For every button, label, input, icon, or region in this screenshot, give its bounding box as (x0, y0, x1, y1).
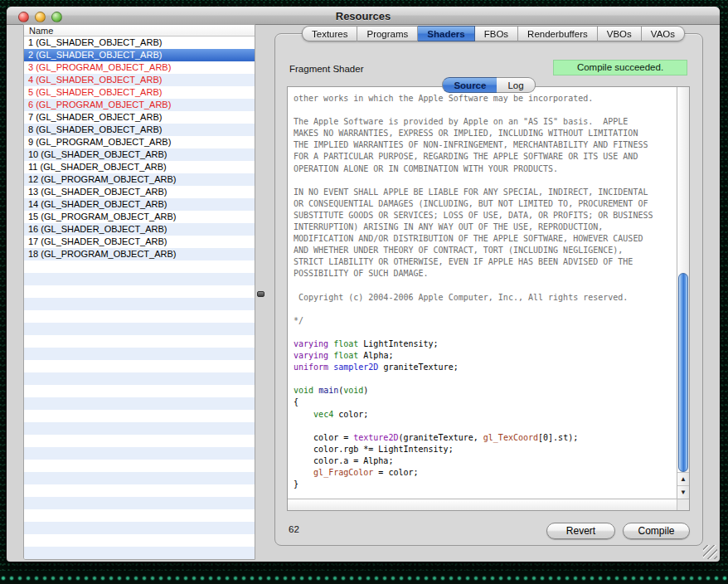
list-item[interactable]: 6 (GL_PROGRAM_OBJECT_ARB) (24, 99, 255, 111)
title-bar[interactable]: Resources (7, 7, 720, 25)
list-item[interactable]: 13 (GL_SHADER_OBJECT_ARB) (24, 186, 255, 198)
source-line: */ (294, 315, 677, 327)
list-item[interactable]: 4 (GL_SHADER_OBJECT_ARB) (24, 74, 255, 86)
source-line: } (294, 479, 677, 490)
revert-button[interactable]: Revert (546, 523, 615, 539)
scrollbar-corner (677, 499, 689, 510)
source-line: void main(void) (294, 385, 677, 397)
shaders-panel: Fragment Shader Compile succeeded. Sourc… (274, 33, 703, 546)
shader-source-text[interactable]: other works in which the Apple Software … (288, 87, 677, 499)
tab-vbos[interactable]: VBOs (598, 26, 642, 41)
list-item[interactable]: 16 (GL_SHADER_OBJECT_ARB) (24, 223, 255, 236)
window-title: Resources (7, 10, 720, 22)
source-line: POSSIBILITY OF SUCH DAMAGE. (294, 268, 677, 280)
source-line (294, 421, 677, 432)
resource-list-rows: 1 (GL_SHADER_OBJECT_ARB)2 (GL_SHADER_OBJ… (24, 36, 255, 260)
shader-id-label: 62 (289, 524, 299, 534)
source-line: other works in which the Apple Software … (294, 93, 677, 105)
tab-programs[interactable]: Programs (357, 26, 418, 41)
list-item[interactable]: 2 (GL_SHADER_OBJECT_ARB) (24, 49, 255, 61)
resize-grip-icon[interactable] (703, 545, 717, 559)
scrollbar-arrows: ▲ ▼ (677, 472, 689, 499)
source-line: OPERATION ALONE OR IN COMBINATION WITH Y… (294, 163, 677, 175)
source-line: OR CONSEQUENTIAL DAMAGES (INCLUDING, BUT… (294, 198, 677, 210)
compile-status-badge: Compile succeeded. (553, 60, 687, 75)
source-line (294, 175, 677, 187)
scroll-up-icon[interactable]: ▲ (677, 472, 689, 485)
tab-fbos[interactable]: FBOs (475, 26, 518, 41)
source-line: gl_FragColor = color; (294, 467, 677, 479)
vertical-scrollbar-thumb[interactable] (678, 273, 688, 472)
source-line (294, 373, 677, 385)
source-line: INTERRUPTION) ARISING IN ANY WAY OUT OF … (294, 221, 677, 233)
scroll-down-icon[interactable]: ▼ (677, 485, 689, 499)
source-line (294, 304, 677, 315)
source-line: THE IMPLIED WARRANTIES OF NON-INFRINGEME… (294, 139, 677, 151)
desktop-pattern (0, 571, 728, 584)
list-item[interactable]: 7 (GL_SHADER_OBJECT_ARB) (24, 111, 255, 124)
source-line: MAKES NO WARRANTIES, EXPRESS OR IMPLIED,… (294, 128, 677, 139)
list-item[interactable]: 11 (GL_SHADER_OBJECT_ARB) (24, 161, 255, 173)
shader-type-label: Fragment Shader (289, 64, 364, 74)
source-line: color.a = Alpha; (294, 455, 677, 467)
source-line: { (294, 397, 677, 408)
compile-button[interactable]: Compile (623, 523, 690, 539)
list-item[interactable]: 18 (GL_PROGRAM_OBJECT_ARB) (24, 248, 255, 260)
list-item[interactable]: 12 (GL_PROGRAM_OBJECT_ARB) (24, 173, 255, 186)
source-line: Copyright (c) 2004-2006 Apple Computer, … (294, 292, 677, 304)
source-line: IN NO EVENT SHALL APPLE BE LIABLE FOR AN… (294, 187, 677, 198)
source-line (294, 280, 677, 292)
source-line: color.rgb *= LightIntensity; (294, 444, 677, 455)
source-line: varying float LightIntensity; (294, 338, 677, 350)
list-item[interactable]: 3 (GL_PROGRAM_OBJECT_ARB) (24, 61, 255, 74)
source-line: color = texture2D(graniteTexture, gl_Tex… (294, 432, 677, 444)
resource-list-empty-area (24, 260, 255, 559)
name-column-header[interactable]: Name (24, 25, 255, 36)
splitter-grabber-icon[interactable] (257, 291, 265, 297)
source-line: STRICT LIABILITY OR OTHERWISE, EVEN IF A… (294, 256, 677, 268)
resources-window: Resources Name 1 (GL_SHADER_OBJECT_ARB)2… (7, 7, 720, 562)
list-item[interactable]: 15 (GL_PROGRAM_OBJECT_ARB) (24, 211, 255, 223)
tab-textures[interactable]: Textures (302, 26, 357, 41)
list-item[interactable]: 17 (GL_SHADER_OBJECT_ARB) (24, 236, 255, 248)
list-item[interactable]: 10 (GL_SHADER_OBJECT_ARB) (24, 148, 255, 161)
tab-log[interactable]: Log (497, 77, 535, 93)
source-line: uniform sampler2D graniteTexture; (294, 362, 677, 373)
tab-vaos[interactable]: VAOs (642, 26, 685, 41)
shader-source-editor[interactable]: other works in which the Apple Software … (287, 86, 690, 511)
list-item[interactable]: 5 (GL_SHADER_OBJECT_ARB) (24, 86, 255, 99)
source-log-switch: Source Log (275, 77, 702, 93)
source-line: varying float Alpha; (294, 350, 677, 362)
horizontal-scrollbar[interactable] (288, 499, 677, 510)
source-line: AND WHETHER UNDER THEORY OF CONTRACT, TO… (294, 245, 677, 256)
source-line: FOR A PARTICULAR PURPOSE, REGARDING THE … (294, 151, 677, 163)
tab-renderbuffers[interactable]: Renderbuffers (518, 26, 598, 41)
source-line (294, 327, 677, 338)
list-item[interactable]: 8 (GL_SHADER_OBJECT_ARB) (24, 124, 255, 136)
source-line: The Apple Software is provided by Apple … (294, 116, 677, 128)
source-line (294, 105, 677, 116)
source-line: SUBSTITUTE GOODS OR SERVICES; LOSS OF US… (294, 210, 677, 221)
tab-source[interactable]: Source (442, 77, 497, 93)
source-line: MODIFICATION AND/OR DISTRIBUTION OF THE … (294, 233, 677, 245)
tab-shaders[interactable]: Shaders (418, 26, 474, 41)
source-line: vec4 color; (294, 409, 677, 421)
list-item[interactable]: 9 (GL_PROGRAM_OBJECT_ARB) (24, 136, 255, 148)
resource-list: Name 1 (GL_SHADER_OBJECT_ARB)2 (GL_SHADE… (23, 24, 255, 560)
list-item[interactable]: 1 (GL_SHADER_OBJECT_ARB) (24, 36, 255, 49)
vertical-scrollbar[interactable]: ▲ ▼ (677, 87, 689, 499)
resource-tab-bar: TexturesProgramsShadersFBOsRenderbuffers… (302, 26, 685, 41)
list-item[interactable]: 14 (GL_SHADER_OBJECT_ARB) (24, 198, 255, 211)
